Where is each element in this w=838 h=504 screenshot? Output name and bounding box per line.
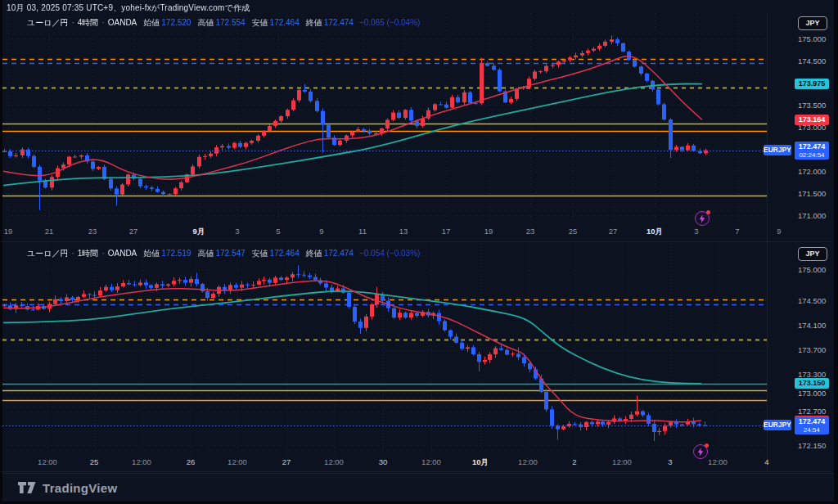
price-tick: 171.000 (798, 211, 826, 220)
time-tick: 13 (399, 227, 408, 236)
time-tick: 9 (777, 227, 781, 236)
time-tick: 12:00 (612, 457, 632, 466)
time-tick: 12:00 (132, 457, 151, 466)
price-tick: 173.000 (798, 389, 826, 398)
price-tick: 173.500 (798, 101, 826, 110)
symbol-title: ユーロ／円 (27, 249, 68, 258)
open-value: 172.520 (161, 18, 191, 27)
high-value: 172.547 (215, 249, 245, 258)
time-tick: 26 (187, 457, 196, 466)
time-tick: 30 (379, 457, 388, 466)
legend-4h: ユーロ／円·4時間·OANDA始値172.520高値172.554安値172.4… (27, 17, 420, 29)
price-tick: 171.500 (798, 189, 826, 198)
tradingview-wordmark: TradingView (43, 481, 117, 495)
time-tick: 17 (442, 227, 451, 236)
bottom-divider (0, 471, 831, 472)
open-label: 始値 (143, 249, 160, 258)
price-tick: 172.000 (798, 167, 826, 176)
tradingview-snapshot: 10月 03, 2025 07:35 UTC+9、yohei-fxがTradin… (0, 0, 838, 504)
close-value: 172.474 (324, 18, 354, 27)
time-tick: 19 (484, 227, 493, 236)
high-value: 172.554 (215, 18, 245, 27)
time-tick: 4 (764, 457, 768, 466)
time-tick: 27 (282, 457, 291, 466)
time-tick: 5 (276, 227, 280, 236)
close-value: 172.474 (324, 249, 354, 258)
price-tick: 173.700 (798, 345, 826, 354)
open-value: 172.519 (161, 249, 191, 258)
price-tick: 174.500 (798, 296, 826, 305)
lightning-bolt-icon (697, 448, 704, 457)
time-tick: 19 (4, 227, 13, 236)
open-label: 始値 (143, 18, 160, 27)
notification-dot (705, 443, 709, 448)
flash-emoji-marker-1h (693, 444, 708, 459)
time-tick: 27 (609, 227, 618, 236)
price-tick: 172.150 (798, 441, 826, 450)
time-tick: 21 (45, 227, 54, 236)
low-label: 安値 (252, 249, 268, 258)
time-tick: 12:00 (228, 457, 247, 466)
panel-divider (0, 241, 831, 242)
footer-bar: TradingView (2, 473, 834, 502)
symbol-price-tag: EURJPY (764, 420, 791, 430)
interval-label: 1時間 (78, 249, 99, 258)
bar-countdown: 02:24:54 (795, 151, 829, 159)
time-tick: 2 (572, 457, 576, 466)
notification-dot (706, 210, 710, 214)
last-price-tag: 172.47424:54 (795, 416, 829, 434)
tradingview-logo-icon (17, 479, 37, 496)
ma-value-tag-teal: 173.975 (795, 79, 829, 89)
close-label: 終値 (306, 249, 322, 258)
time-tick: 12:00 (324, 457, 344, 466)
symbol-title: ユーロ／円 (27, 18, 68, 27)
last-price-value: 172.474 (795, 417, 829, 426)
currency-button-4h[interactable]: JPY (798, 16, 827, 30)
time-tick: 10月 (472, 457, 489, 468)
low-value: 172.464 (270, 249, 300, 258)
attribution-text: 10月 03, 2025 07:35 UTC+9、yohei-fxがTradin… (7, 2, 250, 14)
exchange-label: OANDA (108, 18, 137, 27)
price-tick: 175.000 (798, 34, 826, 43)
time-tick: 12:00 (708, 457, 728, 466)
low-value: 172.464 (270, 18, 300, 27)
time-tick: 3 (235, 227, 239, 236)
time-tick: 9月 (193, 227, 205, 237)
time-tick: 27 (129, 227, 138, 236)
ma-value-tag-teal: 173.150 (795, 378, 829, 389)
candlestick-chart-4h[interactable] (2, 13, 767, 226)
time-tick: 3 (668, 457, 672, 466)
high-label: 高値 (197, 18, 214, 27)
price-tick: 174.100 (798, 321, 826, 330)
time-tick: 3 (694, 227, 698, 236)
lightning-bolt-icon (699, 214, 705, 223)
price-tick: 175.000 (798, 265, 826, 274)
time-tick: 12:00 (518, 457, 538, 466)
time-tick: 11 (358, 227, 367, 236)
time-tick: 23 (526, 227, 535, 236)
price-tick: 174.500 (798, 56, 826, 65)
bar-countdown: 24:54 (795, 426, 829, 434)
ma-value-tag-red: 173.164 (795, 115, 829, 125)
close-label: 終値 (306, 18, 322, 27)
symbol-price-tag: EURJPY (764, 145, 791, 155)
currency-button-1h[interactable]: JPY (798, 247, 827, 261)
time-tick: 12:00 (38, 457, 57, 466)
time-tick: 9 (319, 227, 323, 236)
last-price-tag: 172.47402:24:54 (795, 142, 829, 160)
time-tick: 25 (569, 227, 578, 236)
change-value: −0.065 (−0.04%) (359, 18, 421, 27)
change-value: −0.054 (−0.03%) (359, 249, 421, 258)
price-tick: 172.700 (798, 407, 826, 416)
flash-emoji-marker-4h (695, 211, 710, 226)
legend-1h: ユーロ／円·1時間·OANDA始値172.519高値172.547安値172.4… (27, 248, 420, 259)
time-tick: 7 (735, 227, 739, 236)
high-label: 高値 (197, 249, 214, 258)
candlestick-chart-1h[interactable] (2, 244, 767, 457)
exchange-label: OANDA (108, 249, 137, 258)
interval-label: 4時間 (78, 18, 99, 27)
time-tick: 10月 (647, 227, 663, 237)
time-tick: 12:00 (421, 457, 441, 466)
low-label: 安値 (252, 18, 268, 27)
last-price-value: 172.474 (795, 142, 829, 151)
